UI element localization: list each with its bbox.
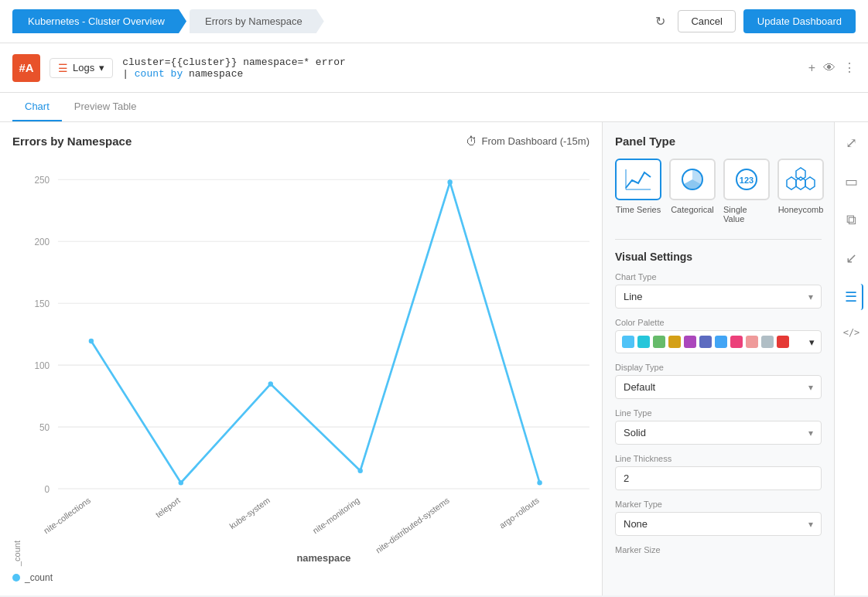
panel-type-box-categorical xyxy=(669,159,716,200)
svg-text:namespace: namespace xyxy=(296,552,350,564)
source-label: Logs xyxy=(73,62,94,73)
svg-marker-31 xyxy=(787,177,796,189)
line-thickness-input[interactable]: 2 xyxy=(615,466,822,490)
query-line2: | count by namespace xyxy=(122,68,798,80)
add-query-icon[interactable]: + xyxy=(808,61,815,75)
svg-text:150: 150 xyxy=(35,298,50,309)
query-text[interactable]: cluster={{cluster}} namespace=* error | … xyxy=(122,56,798,80)
svg-text:kube-system: kube-system xyxy=(227,495,272,530)
svg-text:250: 250 xyxy=(35,175,50,186)
panel-type-box-single-value: 123 xyxy=(723,159,770,200)
code-icon[interactable]: </> xyxy=(839,322,865,343)
visual-settings-title: Visual Settings xyxy=(615,251,822,263)
update-dashboard-button[interactable]: Update Dashboard xyxy=(743,9,856,33)
color-dot-10[interactable] xyxy=(777,336,789,348)
right-sidebar: ⤢ ▭ ⧉ ↙ ☰ </> xyxy=(834,122,868,595)
main-content: Errors by Namespace ⏱ From Dashboard (-1… xyxy=(0,122,868,595)
color-dot-9[interactable] xyxy=(761,336,774,348)
svg-text:0: 0 xyxy=(45,483,50,494)
marker-type-select[interactable]: None ▾ xyxy=(615,512,822,536)
svg-point-15 xyxy=(357,468,362,473)
tab-preview-table[interactable]: Preview Table xyxy=(62,93,149,121)
query-line1: cluster={{cluster}} namespace=* error xyxy=(122,56,798,68)
share-icon[interactable]: ⤢ xyxy=(841,130,862,156)
svg-text:nite-distributed-systems: nite-distributed-systems xyxy=(374,495,451,554)
svg-point-12 xyxy=(89,339,94,344)
tab-chart[interactable]: Chart xyxy=(12,93,62,121)
panel-type-honeycomb[interactable]: Honeycomb xyxy=(777,159,824,223)
clock-icon: ⏱ xyxy=(466,135,477,148)
svg-text:teleport: teleport xyxy=(154,495,182,519)
tab-cluster-overview-label: Kubernetes - Cluster Overview xyxy=(28,15,165,27)
legend-label: _count xyxy=(25,572,53,583)
marker-size-label: Marker Size xyxy=(615,545,822,554)
marker-type-value: None xyxy=(624,518,648,530)
source-chevron: ▾ xyxy=(99,62,104,73)
more-options-icon[interactable]: ⋮ xyxy=(843,60,856,75)
color-dot-1[interactable] xyxy=(637,336,650,348)
query-actions: + 👁 ⋮ xyxy=(808,60,856,75)
svg-marker-33 xyxy=(796,177,805,189)
svg-text:argo-rollouts: argo-rollouts xyxy=(497,495,541,530)
header-actions: ↻ Cancel Update Dashboard xyxy=(651,9,856,33)
display-icon[interactable]: ▭ xyxy=(840,169,863,195)
chart-header: Errors by Namespace ⏱ From Dashboard (-1… xyxy=(12,135,589,148)
svg-text:200: 200 xyxy=(35,237,50,247)
time-label: From Dashboard (-15m) xyxy=(482,135,589,147)
chart-type-select[interactable]: Line ▾ xyxy=(615,285,822,309)
svg-point-14 xyxy=(268,381,273,387)
transform-icon[interactable]: ↙ xyxy=(841,245,862,271)
svg-text:123: 123 xyxy=(740,176,754,185)
panel-type-box-honeycomb xyxy=(777,159,824,200)
color-dot-6[interactable] xyxy=(715,336,727,348)
cancel-button[interactable]: Cancel xyxy=(678,10,735,32)
copy-icon[interactable]: ⧉ xyxy=(842,207,861,233)
panel-type-title: Panel Type xyxy=(615,135,822,148)
color-dot-2[interactable] xyxy=(653,336,665,348)
display-type-chevron: ▾ xyxy=(808,382,813,393)
color-dot-3[interactable] xyxy=(668,336,681,348)
tab-errors-by-namespace[interactable]: Errors by Namespace xyxy=(190,9,324,33)
right-panel: Panel Type Time Series xyxy=(602,122,834,595)
line-type-chevron: ▾ xyxy=(808,428,813,438)
panel-type-categorical[interactable]: Categorical xyxy=(669,159,716,223)
display-type-value: Default xyxy=(624,381,655,393)
chart-wrapper: _count 250 200 150 100 50 0 xyxy=(12,154,589,566)
svg-text:50: 50 xyxy=(39,421,50,432)
query-source-selector[interactable]: ☰ Logs ▾ xyxy=(50,58,113,78)
legend-dot xyxy=(12,574,20,582)
panel-type-label-single-value: Single Value xyxy=(723,205,770,223)
svg-point-13 xyxy=(179,480,183,486)
svg-point-17 xyxy=(537,480,542,486)
y-axis-label: _count xyxy=(12,154,22,566)
panel-type-time-series[interactable]: Time Series xyxy=(615,159,661,223)
tab-errors-label: Errors by Namespace xyxy=(205,15,302,27)
color-dot-7[interactable] xyxy=(730,336,743,348)
query-letter: #A xyxy=(12,54,40,82)
display-type-select[interactable]: Default ▾ xyxy=(615,375,822,399)
panel-type-label-time-series: Time Series xyxy=(616,205,661,214)
chart-title: Errors by Namespace xyxy=(12,135,132,148)
color-dot-8[interactable] xyxy=(746,336,758,348)
eye-icon[interactable]: 👁 xyxy=(823,61,836,75)
chart-svg-container: 250 200 150 100 50 0 xyxy=(25,154,589,566)
line-type-select[interactable]: Solid ▾ xyxy=(615,421,822,445)
color-dot-4[interactable] xyxy=(684,336,696,348)
panel-type-box-time-series xyxy=(615,159,661,200)
color-dot-0[interactable] xyxy=(622,336,634,348)
visual-settings-section: Visual Settings Chart Type Line ▾ Color … xyxy=(615,239,822,554)
svg-marker-30 xyxy=(796,168,805,180)
svg-marker-32 xyxy=(805,177,815,189)
color-palette-selector[interactable]: ▾ xyxy=(615,330,822,353)
refresh-button[interactable]: ↻ xyxy=(651,9,670,33)
chart-type-value: Line xyxy=(624,291,643,302)
chart-type-chevron: ▾ xyxy=(808,292,813,302)
color-dot-5[interactable] xyxy=(699,336,712,348)
panel-type-single-value[interactable]: 123 Single Value xyxy=(723,159,770,223)
panel-type-label-honeycomb: Honeycomb xyxy=(778,205,824,214)
marker-type-label: Marker Type xyxy=(615,500,822,509)
color-palette-label: Color Palette xyxy=(615,318,822,327)
tab-cluster-overview[interactable]: Kubernetes - Cluster Overview xyxy=(12,9,186,33)
display-type-label: Display Type xyxy=(615,363,822,372)
list-icon[interactable]: ☰ xyxy=(840,284,863,310)
